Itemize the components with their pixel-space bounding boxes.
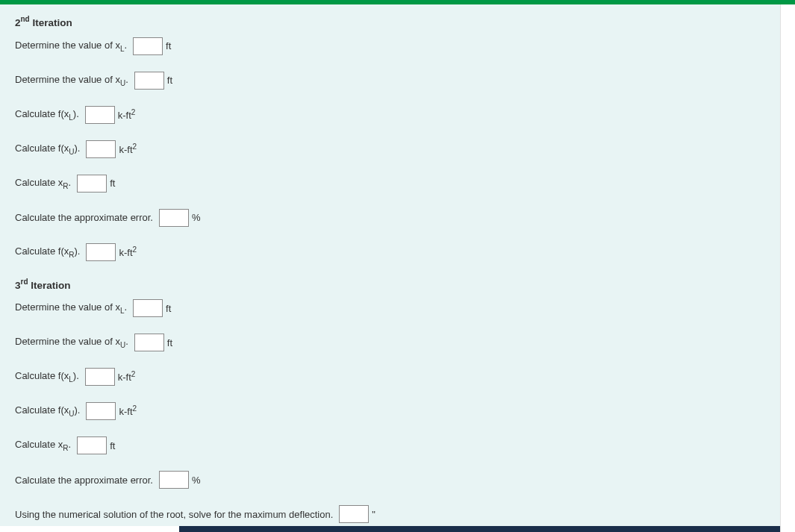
iter2-fxu-input[interactable] [86,140,116,158]
iter2-xr-label: Calculate xR. [15,177,71,190]
iter2-fxl-input[interactable] [85,106,115,124]
iter3-fxl-row: Calculate f(xL). k-ft2 [15,368,765,386]
iter2-xu-row: Determine the value of xU. ft [15,72,765,90]
iter2-err-label: Calculate the approximate error. [15,212,153,223]
iter2-fxu-unit: k-ft2 [119,143,137,155]
heading-ord: rd [21,278,28,286]
iter3-err-unit: % [192,475,201,486]
iter2-fxu-row: Calculate f(xU). k-ft2 [15,140,765,158]
iter2-xr-input[interactable] [77,175,107,193]
iter3-xr-row: Calculate xR. ft [15,436,765,454]
iter2-xl-unit: ft [166,40,171,51]
heading-num: 3 [15,279,21,290]
iter3-xu-label: Determine the value of xU. [15,336,128,349]
iter3-err-input[interactable] [159,471,189,489]
iter3-xl-label: Determine the value of xL. [15,301,127,315]
iter3-err-label: Calculate the approximate error. [15,475,153,486]
iter3-xu-row: Determine the value of xU. ft [15,334,765,351]
iter3-fxl-input[interactable] [85,368,115,386]
iter2-xu-label: Determine the value of xU. [15,74,128,87]
iter2-err-unit: % [192,212,201,223]
iter2-xr-row: Calculate xR. ft [15,175,765,193]
iter3-fxu-row: Calculate f(xU). k-ft2 [15,402,765,420]
iter3-fxl-label: Calculate f(xL). [15,370,79,384]
iter2-xr-unit: ft [110,178,115,189]
iter2-xl-label: Determine the value of xL. [15,40,127,53]
iter3-fxu-unit: k-ft2 [119,404,137,417]
iter3-xl-input[interactable] [133,299,163,317]
iter2-fxl-row: Calculate f(xL). k-ft2 [15,106,765,124]
bottom-bar [0,526,780,532]
iter2-xl-input[interactable] [133,37,163,55]
right-panel [780,4,795,532]
iteration-3-heading: 3rd Iteration [15,278,765,291]
iter2-fxr-label: Calculate f(xR). [15,245,80,259]
iter3-xr-label: Calculate xR. [15,439,71,452]
iter3-fxu-label: Calculate f(xU). [15,404,80,418]
iter3-xl-row: Determine the value of xL. ft [15,299,765,317]
iter3-xr-input[interactable] [77,436,107,454]
page-wrap: 2nd Iteration Determine the value of xL.… [0,4,795,532]
final-input[interactable] [339,505,369,523]
iter2-xl-row: Determine the value of xL. ft [15,37,765,55]
iter2-fxr-row: Calculate f(xR). k-ft2 [15,243,765,261]
heading-suffix: Iteration [28,279,71,290]
iter3-xu-unit: ft [167,337,172,348]
final-unit: " [372,509,375,520]
iter3-xl-unit: ft [166,303,171,314]
iter2-err-input[interactable] [159,209,189,227]
iter2-fxr-input[interactable] [86,243,116,261]
iter2-fxu-label: Calculate f(xU). [15,143,80,156]
iter2-fxl-unit: k-ft2 [118,108,136,121]
heading-suffix: Iteration [30,17,72,28]
heading-num: 2 [15,17,21,28]
iter3-err-row: Calculate the approximate error. % [15,471,765,489]
main-panel: 2nd Iteration Determine the value of xL.… [0,4,780,532]
iter3-fxl-unit: k-ft2 [118,370,136,383]
iter2-fxr-unit: k-ft2 [119,245,137,258]
iter3-xr-unit: ft [110,440,115,451]
iter3-xu-input[interactable] [134,334,164,351]
final-row: Using the numerical solution of the root… [15,505,765,523]
iter3-fxu-input[interactable] [86,402,116,420]
iter2-xu-input[interactable] [134,72,164,90]
final-label: Using the numerical solution of the root… [15,509,333,520]
iteration-2-heading: 2nd Iteration [15,15,765,28]
iter2-fxl-label: Calculate f(xL). [15,108,79,122]
iter2-xu-unit: ft [167,75,172,86]
iter2-err-row: Calculate the approximate error. % [15,209,765,227]
heading-ord: nd [21,15,30,23]
